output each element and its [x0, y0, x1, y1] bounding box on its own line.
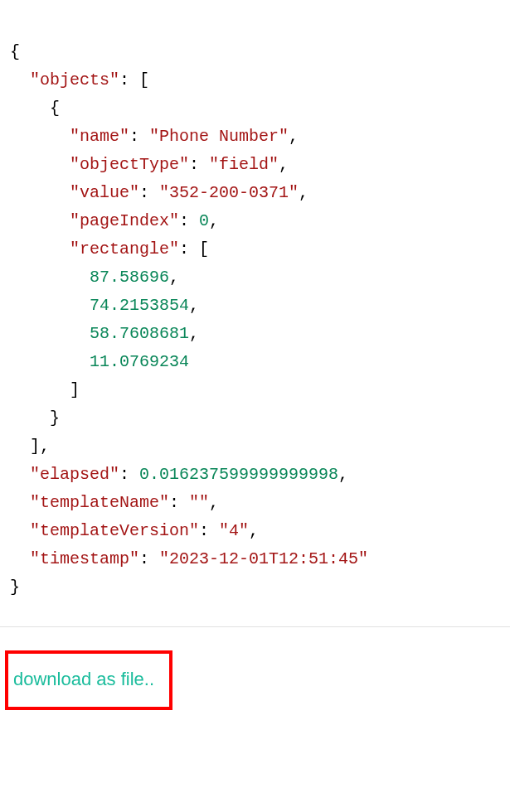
value-timestamp: "2023-12-01T12:51:45"	[159, 549, 368, 568]
key-value: "value"	[70, 183, 139, 202]
divider	[0, 626, 510, 627]
comma: ,	[289, 127, 299, 146]
download-as-file-link[interactable]: download as file..	[13, 669, 154, 689]
comma: ,	[40, 437, 50, 456]
comma: ,	[249, 521, 259, 540]
value-rect1: 74.2153854	[90, 296, 189, 315]
value-rect3: 11.0769234	[90, 352, 189, 371]
comma: ,	[299, 183, 308, 202]
key-pageindex: "pageIndex"	[70, 211, 179, 230]
bracket-open: [	[199, 239, 209, 259]
colon: :	[189, 155, 209, 174]
bracket-open: [	[139, 70, 149, 89]
comma: ,	[169, 268, 179, 287]
value-pageindex: 0	[199, 211, 209, 230]
comma: ,	[189, 324, 199, 343]
value-elapsed: 0.016237599999999998	[139, 465, 338, 484]
colon: :	[139, 549, 159, 568]
colon: :	[179, 211, 199, 230]
download-highlight-box: download as file..	[5, 650, 172, 710]
brace-close: }	[10, 578, 20, 597]
value-rect2: 58.7608681	[90, 324, 189, 343]
bracket-close: ]	[70, 380, 80, 399]
brace-open: {	[10, 42, 20, 61]
colon: :	[169, 493, 189, 512]
key-templatename: "templateName"	[30, 493, 169, 512]
value-value: "352-200-0371"	[159, 183, 299, 202]
key-objects: "objects"	[30, 70, 119, 89]
brace-open: {	[50, 99, 60, 118]
json-output: { "objects": [ { "name": "Phone Number",…	[10, 10, 500, 602]
colon: :	[129, 127, 149, 146]
value-objecttype: "field"	[209, 155, 279, 174]
value-rect0: 87.58696	[90, 268, 169, 287]
colon: :	[179, 239, 199, 259]
comma: ,	[338, 465, 348, 484]
value-templateversion: "4"	[219, 521, 249, 540]
comma: ,	[209, 493, 219, 512]
colon: :	[119, 70, 139, 89]
key-timestamp: "timestamp"	[30, 549, 139, 568]
value-name: "Phone Number"	[149, 127, 289, 146]
key-name: "name"	[70, 127, 129, 146]
comma: ,	[279, 155, 289, 174]
comma: ,	[209, 211, 219, 230]
key-objecttype: "objectType"	[70, 155, 189, 174]
colon: :	[199, 521, 219, 540]
colon: :	[119, 465, 139, 484]
colon: :	[139, 183, 159, 202]
value-templatename: ""	[189, 493, 209, 512]
key-rectangle: "rectangle"	[70, 239, 179, 259]
key-templateversion: "templateVersion"	[30, 521, 199, 540]
key-elapsed: "elapsed"	[30, 465, 119, 484]
brace-close: }	[50, 408, 60, 428]
comma: ,	[189, 296, 199, 315]
bracket-close: ]	[30, 437, 40, 456]
